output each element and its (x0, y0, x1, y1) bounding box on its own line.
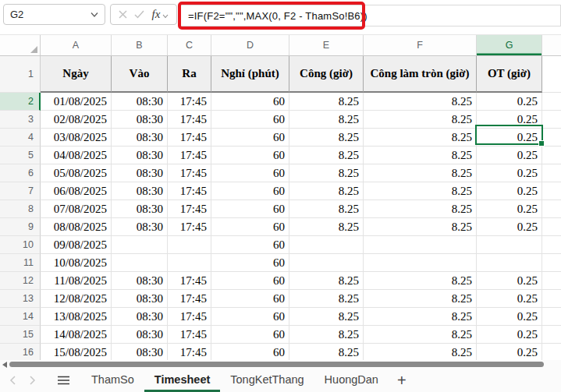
cell-C2[interactable]: 17:45 (168, 93, 211, 111)
scroll-left-arrow-icon[interactable] (2, 362, 7, 368)
cell-G12[interactable]: 0.25 (477, 272, 542, 290)
cell-B12[interactable]: 08:30 (112, 272, 168, 290)
row-header-4[interactable]: 4 (0, 129, 41, 147)
cell-G2[interactable]: 0.25 (477, 93, 542, 111)
cell-A11[interactable]: 10/08/2025 (41, 254, 112, 272)
cell-G11[interactable] (477, 254, 542, 272)
cell-G8[interactable]: 0.25 (477, 200, 542, 218)
cell-G10[interactable] (477, 236, 542, 254)
table-header-B1[interactable]: Vào (112, 56, 168, 93)
cell-F2[interactable]: 8.25 (364, 93, 477, 111)
cell-C13[interactable]: 17:45 (168, 290, 211, 308)
cell-F14[interactable]: 8.25 (364, 308, 477, 326)
cell-G3[interactable]: 0.25 (477, 111, 542, 129)
cell-E2[interactable]: 8.25 (289, 93, 364, 111)
cell-D3[interactable]: 60 (211, 111, 289, 129)
select-all-corner[interactable] (0, 35, 41, 55)
cell-D14[interactable]: 60 (211, 308, 289, 326)
cell-C16[interactable]: 17:45 (168, 344, 211, 362)
formula-input[interactable]: =IF(F2="","",MAX(0, F2 - ThamSo!B6)) (179, 5, 561, 26)
cell-G16[interactable]: 0.25 (477, 344, 542, 362)
insert-function-icon[interactable]: fx (152, 8, 169, 21)
column-header-B[interactable]: B (112, 35, 168, 55)
cell-A5[interactable]: 04/08/2025 (41, 147, 112, 164)
cell-C15[interactable]: 17:45 (168, 326, 211, 344)
sheet-tab-HuongDan[interactable]: HuongDan (314, 369, 389, 392)
cell-B14[interactable]: 08:30 (112, 308, 168, 326)
name-box[interactable]: G2 (3, 4, 105, 25)
cell-C4[interactable]: 17:45 (168, 129, 211, 147)
row-header-2[interactable]: 2 (0, 93, 41, 111)
cell-B4[interactable]: 08:30 (112, 129, 168, 147)
row-header-15[interactable]: 15 (0, 326, 41, 344)
column-header-C[interactable]: C (168, 35, 211, 55)
cell-G7[interactable]: 0.25 (477, 182, 542, 200)
cell-D11[interactable]: 60 (211, 254, 289, 272)
cell-A9[interactable]: 08/08/2025 (41, 218, 112, 236)
sheet-tab-TongKetThang[interactable]: TongKetThang (220, 369, 314, 392)
cell-D4[interactable]: 60 (211, 129, 289, 147)
cell-D9[interactable]: 60 (211, 218, 289, 236)
cell-A4[interactable]: 03/08/2025 (41, 129, 112, 147)
confirm-check-icon[interactable] (134, 10, 144, 19)
cell-C6[interactable]: 17:45 (168, 164, 211, 182)
column-header-G[interactable]: G (477, 35, 542, 55)
cell-D10[interactable]: 60 (211, 236, 289, 254)
cell-E12[interactable]: 8.25 (289, 272, 364, 290)
cell-B3[interactable]: 08:30 (112, 111, 168, 129)
sheet-tab-ThamSo[interactable]: ThamSo (81, 369, 144, 392)
cell-A13[interactable]: 12/08/2025 (41, 290, 112, 308)
cell-B10[interactable] (112, 236, 168, 254)
cell-C11[interactable] (168, 254, 211, 272)
row-header-14[interactable]: 14 (0, 308, 41, 326)
cell-A14[interactable]: 13/08/2025 (41, 308, 112, 326)
cell-F15[interactable]: 8.25 (364, 326, 477, 344)
cell-C5[interactable]: 17:45 (168, 147, 211, 164)
row-header-6[interactable]: 6 (0, 164, 41, 182)
sheet-list-menu[interactable] (51, 369, 75, 392)
cell-F3[interactable]: 8.25 (364, 111, 477, 129)
cell-F11[interactable] (364, 254, 477, 272)
cell-B13[interactable]: 08:30 (112, 290, 168, 308)
cell-G13[interactable]: 0.25 (477, 290, 542, 308)
column-header-A[interactable]: A (41, 35, 112, 55)
cell-B6[interactable]: 08:30 (112, 164, 168, 182)
cell-D2[interactable]: 60 (211, 93, 289, 111)
cell-A12[interactable]: 11/08/2025 (41, 272, 112, 290)
cell-A16[interactable]: 15/08/2025 (41, 344, 112, 362)
cell-D15[interactable]: 60 (211, 326, 289, 344)
cell-D6[interactable]: 60 (211, 164, 289, 182)
row-header-7[interactable]: 7 (0, 182, 41, 200)
cell-B2[interactable]: 08:30 (112, 93, 168, 111)
cell-F5[interactable]: 8.25 (364, 147, 477, 164)
row-header-10[interactable]: 10 (0, 236, 41, 254)
row-header-11[interactable]: 11 (0, 254, 41, 272)
cell-E3[interactable]: 8.25 (289, 111, 364, 129)
cell-A8[interactable]: 07/08/2025 (41, 200, 112, 218)
column-header-F[interactable]: F (364, 35, 477, 55)
row-header-3[interactable]: 3 (0, 111, 41, 129)
cell-E6[interactable]: 8.25 (289, 164, 364, 182)
cell-G4[interactable]: 0.25 (477, 129, 542, 147)
cell-F10[interactable] (364, 236, 477, 254)
cell-D5[interactable]: 60 (211, 147, 289, 164)
cell-C8[interactable]: 17:45 (168, 200, 211, 218)
table-header-F1[interactable]: Công làm tròn (giờ) (364, 56, 477, 93)
cell-C10[interactable] (168, 236, 211, 254)
cell-E5[interactable]: 8.25 (289, 147, 364, 164)
sheet-tab-Timesheet[interactable]: Timesheet (144, 369, 220, 392)
table-header-G1[interactable]: OT (giờ) (477, 56, 542, 93)
row-header-5[interactable]: 5 (0, 147, 41, 164)
cell-G5[interactable]: 0.25 (477, 147, 542, 164)
cell-G14[interactable]: 0.25 (477, 308, 542, 326)
cell-E10[interactable] (289, 236, 364, 254)
cell-B11[interactable] (112, 254, 168, 272)
cell-B16[interactable]: 08:30 (112, 344, 168, 362)
cell-E11[interactable] (289, 254, 364, 272)
cell-D12[interactable]: 60 (211, 272, 289, 290)
cell-E13[interactable]: 8.25 (289, 290, 364, 308)
cell-F9[interactable]: 8.25 (364, 218, 477, 236)
cell-D7[interactable]: 60 (211, 182, 289, 200)
row-header-16[interactable]: 16 (0, 344, 41, 362)
cell-A15[interactable]: 14/08/2025 (41, 326, 112, 344)
